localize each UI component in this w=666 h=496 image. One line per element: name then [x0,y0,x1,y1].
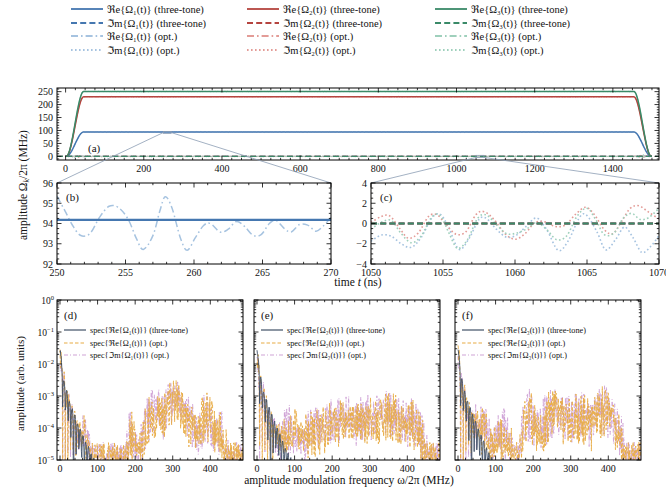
legend-line-sample [434,31,468,41]
legend-entry-label: spec{ℑm{Ω₁(t)}} (opt.) [90,350,169,360]
legend-entry-label: ℑm{Ω₁(t)} (opt.) [107,44,180,56]
tick-label: 96 [43,178,53,189]
panel-tag-e: (e) [261,309,274,322]
tick-label: 10−1 [38,326,54,338]
zoom-connector-line [484,157,659,183]
tick-label: 4 [362,178,367,189]
tick-label: −4 [356,259,367,270]
panel-tag-f: (f) [462,309,473,322]
legend-line-sample [63,339,87,347]
legend-entry: spec{ℜe{Ω₁(t)}} (opt.) [63,337,188,350]
legend-entry-label: ℜe{Ω₁(t)} (three-tone) [107,3,204,15]
tick-label: 400 [214,163,229,174]
tick-label: 400 [203,463,218,474]
legend-entry-label: ℜe{Ω₂(t)} (three-tone) [283,3,380,15]
tick-label: 200 [136,163,151,174]
series-line [371,206,659,240]
xlabel-freq-text: amplitude modulation frequency ω/2π (MHz… [244,474,453,486]
tick-label: 200 [128,463,143,474]
tick-label: 250 [38,86,53,97]
tick-label: 0 [362,218,367,229]
ylabel-main-sub: k [22,179,31,183]
tick-label: 0 [48,151,53,162]
tick-label: 0 [255,463,260,474]
series-group [371,206,659,253]
series-line [57,196,331,250]
figure-canvas: 0200400600800100012001400050100150200250… [0,0,666,496]
tick-label: 400 [601,463,616,474]
series-line [66,131,652,156]
figure: 0200400600800100012001400050100150200250… [0,0,666,496]
legend-entry-label: ℑm{Ω₃(t)} (opt.) [471,44,544,56]
tick-label: 800 [371,163,386,174]
legend-entry-label: spec{ℜe{Ω₃(t)}} (opt.) [488,338,565,348]
legend-line-sample [70,18,104,28]
legend-line-sample [246,45,280,55]
legend-entry: spec{ℑm{Ω₃(t)}} (opt.) [461,349,586,362]
legend-entry-label: spec{ℜe{Ω₂(t)}} (three-tone) [287,325,385,335]
x-axis-label-frequency: amplitude modulation frequency ω/2π (MHz… [57,474,641,486]
legend-line-sample [70,45,104,55]
legend-line-sample [246,31,280,41]
legend-entry-label: spec{ℜe{Ω₃(t)}} (three-tone) [488,325,586,335]
legend-entry: ℜe{Ω₂(t)} (three-tone) [246,2,382,16]
panel-a: 0200400600800100012001400050100150200250… [38,86,659,174]
tick-label: 50 [43,138,53,149]
panel-frame [57,183,331,264]
legend-entry-label: ℜe{Ω₃(t)} (three-tone) [471,3,568,15]
legend-line-sample [260,351,284,359]
legend-entry: ℜe{Ω₁(t)} (three-tone) [70,2,206,16]
legend-top-column: ℜe{Ω₃(t)} (three-tone)ℑm{Ω₃(t)} (three-t… [434,2,570,57]
panel-b: 2502552602652709293949596(b) [43,178,339,279]
series-line [66,132,652,156]
legend-line-sample [434,45,468,55]
tick-label: 200 [526,463,541,474]
legend-entry-label: spec{ℜe{Ω₁(t)}} (opt.) [90,338,167,348]
legend-line-sample [260,326,284,334]
legend-line-sample [63,351,87,359]
series-group [57,196,331,250]
tick-label: 100 [90,463,105,474]
tick-label: 300 [362,463,377,474]
legend-top-column: ℜe{Ω₁(t)} (three-tone)ℑm{Ω₁(t)} (three-t… [70,2,206,57]
legend-line-sample [434,18,468,28]
ylabel-main-pre: amplitude Ω [17,183,29,240]
legend-entry: ℑm{Ω₃(t)} (three-tone) [434,16,570,30]
series-line [371,214,659,253]
series-line [66,97,652,157]
legend-top-column: ℜe{Ω₂(t)} (three-tone)ℑm{Ω₂(t)} (three-t… [246,2,382,57]
panel-tag-d: (d) [64,309,77,322]
tick-label: 92 [43,259,53,270]
legend-line-sample [434,4,468,14]
legend-line-sample [260,339,284,347]
tick-label: 400 [400,463,415,474]
panel-frame [57,88,659,160]
legend-entry: ℜe{Ω₁(t)} (opt.) [70,30,206,44]
legend-line-sample [461,351,485,359]
panel-c: 10501055106010651070−4−2024(c) [356,178,666,279]
legend-entry: ℑm{Ω₂(t)} (three-tone) [246,16,382,30]
legend-panel-f: spec{ℜe{Ω₃(t)}} (three-tone)spec{ℜe{Ω₃(t… [461,324,586,362]
tick-label: 1400 [603,163,623,174]
tick-label: 0 [456,463,461,474]
panel-tag-c: (c) [380,191,393,204]
tick-label: 300 [165,463,180,474]
legend-entry-label: ℑm{Ω₂(t)} (three-tone) [283,17,382,29]
tick-label: 200 [38,99,53,110]
tick-label: 200 [325,463,340,474]
tick-label: 0 [63,163,68,174]
legend-entry: spec{ℑm{Ω₂(t)}} (opt.) [260,349,385,362]
series-line [66,92,652,157]
legend-entry: spec{ℜe{Ω₂(t)}} (three-tone) [260,324,385,337]
tick-label: 10−4 [38,422,55,434]
legend-line-sample [461,326,485,334]
legend-line-sample [461,339,485,347]
xlabel-time-pre: time [334,276,357,288]
legend-entry-label: ℜe{Ω₃(t)} (opt.) [471,30,541,42]
legend-line-sample [246,4,280,14]
tick-label: 0 [58,463,63,474]
tick-label: 1000 [447,163,467,174]
series-line [66,96,652,156]
legend-entry-label: spec{ℜe{Ω₂(t)}} (opt.) [287,338,364,348]
tick-label: 10−3 [38,390,54,402]
